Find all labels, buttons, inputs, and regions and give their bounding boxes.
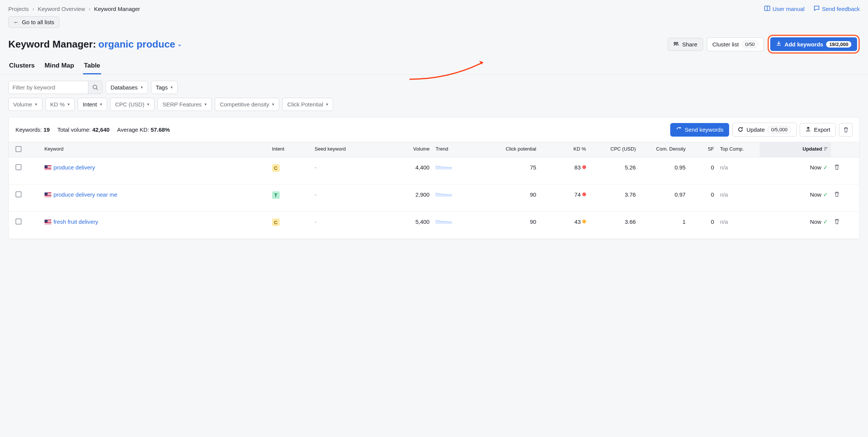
cluster-list-button[interactable]: Cluster list 0/50	[707, 37, 764, 51]
add-keywords-label: Add keywords	[785, 41, 823, 48]
filter-competitive-density[interactable]: Competitive density ▾	[215, 98, 279, 111]
difficulty-dot-icon	[582, 165, 586, 169]
kd-value: 43	[539, 212, 589, 239]
sf-value: 0	[689, 185, 717, 212]
user-manual-label: User manual	[773, 6, 805, 12]
chevron-down-icon: ▾	[141, 85, 143, 90]
avg-kd-label: Average KD:	[117, 126, 149, 133]
table-row: fresh fruit deliveryC-5,40090433.6610n/a…	[9, 212, 859, 239]
filter-volume[interactable]: Volume ▾	[8, 98, 42, 111]
click-potential-value: 75	[482, 157, 539, 185]
cpc-value: 3.66	[589, 212, 639, 239]
keyword-link[interactable]: produce delivery near me	[54, 191, 117, 198]
filter-serp-features[interactable]: SERP Features ▾	[157, 98, 212, 111]
col-seed[interactable]: Seed keyword	[312, 142, 376, 157]
check-icon: ✓	[823, 191, 828, 198]
tab-table[interactable]: Table	[83, 62, 101, 74]
chevron-down-icon: ▾	[100, 102, 102, 107]
cluster-list-label: Cluster list	[713, 41, 739, 48]
user-manual-link[interactable]: User manual	[764, 5, 805, 12]
row-checkbox[interactable]	[15, 219, 22, 225]
chevron-down-icon: ▾	[171, 85, 173, 90]
send-keywords-button[interactable]: Send keywords	[670, 123, 729, 137]
send-feedback-link[interactable]: Send feedback	[814, 5, 860, 12]
trash-icon	[834, 164, 840, 170]
col-keyword[interactable]: Keyword	[42, 142, 269, 157]
send-keywords-label: Send keywords	[685, 126, 723, 133]
breadcrumb-item[interactable]: Keyword Overview	[38, 6, 85, 12]
col-density[interactable]: Com. Density	[639, 142, 689, 157]
back-to-lists-button[interactable]: ← Go to all lists	[8, 16, 59, 28]
breadcrumb: Projects › Keyword Overview › Keyword Ma…	[8, 6, 140, 12]
keyword-link[interactable]: produce delivery	[54, 164, 95, 171]
page-title: Keyword Manager: organic produce ⌄	[8, 38, 182, 50]
density-value: 0.97	[639, 185, 689, 212]
keywords-table: Keyword Intent Seed keyword Volume Trend…	[9, 142, 859, 239]
col-volume[interactable]: Volume	[376, 142, 432, 157]
difficulty-dot-icon	[582, 220, 586, 223]
delete-all-button[interactable]	[839, 123, 853, 137]
filter-keyword-input[interactable]	[9, 81, 88, 94]
flag-us-icon	[45, 220, 51, 224]
svg-point-3	[676, 42, 678, 44]
svg-point-2	[674, 42, 676, 44]
check-icon: ✓	[823, 164, 828, 171]
chevron-down-icon: ⌄	[177, 41, 182, 47]
search-button[interactable]	[88, 81, 102, 94]
row-delete-button[interactable]	[834, 165, 840, 171]
chevron-down-icon: ▾	[205, 102, 207, 107]
book-icon	[764, 5, 770, 12]
trash-icon	[834, 191, 840, 197]
cpc-value: 3.76	[589, 185, 639, 212]
row-checkbox[interactable]	[15, 191, 22, 197]
filter-intent[interactable]: Intent ▾	[78, 98, 107, 111]
tab-clusters[interactable]: Clusters	[8, 62, 35, 74]
project-name: organic produce	[98, 38, 175, 50]
row-delete-button[interactable]	[834, 219, 840, 226]
filter-kd-[interactable]: KD % ▾	[45, 98, 75, 111]
tab-mind-map[interactable]: Mind Map	[44, 62, 75, 74]
table-row: produce deliveryC-4,40075835.260.950n/aN…	[9, 157, 859, 185]
add-keywords-button[interactable]: Add keywords 19/2,000	[770, 37, 857, 51]
chevron-down-icon: ▾	[35, 102, 37, 107]
col-sf[interactable]: SF	[689, 142, 717, 157]
sf-value: 0	[689, 157, 717, 185]
col-cpc[interactable]: CPC (USD)	[589, 142, 639, 157]
project-dropdown[interactable]: organic produce ⌄	[98, 38, 182, 50]
back-label: Go to all lists	[22, 19, 54, 25]
export-button[interactable]: Export	[800, 123, 836, 137]
breadcrumb-item: Keyword Manager	[94, 6, 140, 12]
col-click-potential[interactable]: Click potential	[482, 142, 539, 157]
keywords-value: 19	[43, 126, 50, 133]
row-delete-button[interactable]	[834, 192, 840, 198]
tags-filter[interactable]: Tags ▾	[151, 81, 178, 94]
add-keywords-badge: 19/2,000	[826, 41, 851, 48]
col-kd[interactable]: KD %	[539, 142, 589, 157]
kd-value: 74	[539, 185, 589, 212]
filter-click-potential[interactable]: Click Potential ▾	[282, 98, 333, 111]
keyword-link[interactable]: fresh fruit delivery	[54, 219, 98, 225]
select-all-checkbox[interactable]	[15, 146, 22, 152]
col-trend[interactable]: Trend	[432, 142, 482, 157]
update-button[interactable]: Update 0/5,000	[732, 123, 797, 137]
chevron-down-icon: ▾	[272, 102, 274, 107]
share-button[interactable]: Share	[668, 38, 703, 51]
row-checkbox[interactable]	[15, 164, 22, 170]
updated-value: Now ✓	[760, 157, 831, 185]
filter-cpc-usd-[interactable]: CPC (USD) ▾	[110, 98, 155, 111]
total-volume-value: 42,640	[92, 126, 109, 133]
keywords-label: Keywords:	[15, 126, 42, 133]
arrow-left-icon: ←	[13, 19, 19, 25]
refresh-icon	[738, 126, 743, 133]
flag-us-icon	[45, 165, 51, 170]
col-intent[interactable]: Intent	[269, 142, 312, 157]
databases-filter[interactable]: Databases ▾	[106, 81, 148, 94]
export-label: Export	[814, 126, 830, 133]
breadcrumb-item[interactable]: Projects	[8, 6, 29, 12]
sort-desc-icon	[824, 146, 828, 152]
col-top-comp[interactable]: Top Comp.	[717, 142, 760, 157]
databases-label: Databases	[111, 84, 138, 91]
click-potential-value: 90	[482, 185, 539, 212]
share-label: Share	[682, 41, 697, 48]
col-updated[interactable]: Updated	[760, 142, 831, 157]
